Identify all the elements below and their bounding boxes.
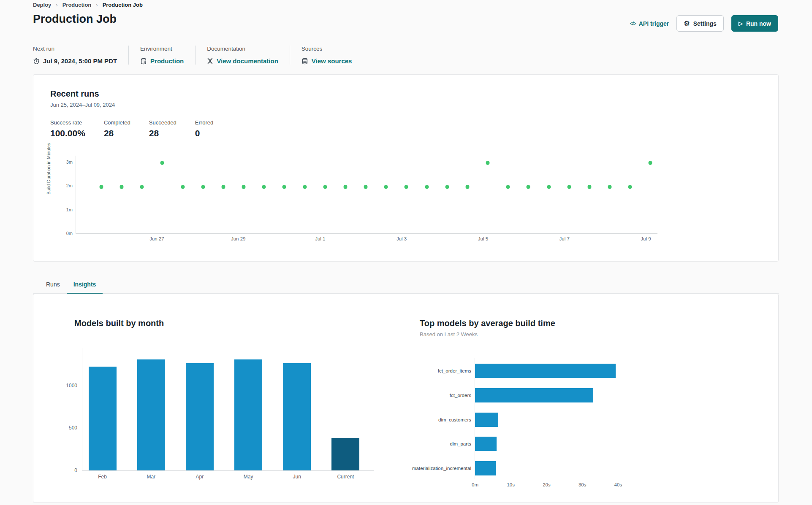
model-bar-label: dim_customers xyxy=(438,413,475,427)
build-duration-scatter-chart: 0m1m2m3mJun 27Jun 29Jul 1Jul 3Jul 5Jul 7… xyxy=(76,156,657,234)
scatter-x-tick: Jun 29 xyxy=(231,236,246,241)
run-dot xyxy=(465,185,469,189)
run-dot xyxy=(547,185,551,189)
documentation-column: Documentation View documentation xyxy=(195,46,290,65)
run-dot xyxy=(628,185,632,189)
run-dot xyxy=(99,185,103,189)
dbt-docs-icon xyxy=(207,58,213,64)
scatter-x-tick: Jul 3 xyxy=(396,236,407,241)
scatter-y-axis-label: Build Duration in Minutes xyxy=(46,143,51,194)
next-run-value: Jul 9, 2024, 5:00 PM PDT xyxy=(43,57,117,65)
month-bar-label: Mar xyxy=(147,474,155,480)
tab-insights[interactable]: Insights xyxy=(67,277,103,293)
clock-icon xyxy=(33,58,40,65)
run-dot xyxy=(364,185,368,189)
api-trigger-link[interactable]: </> API trigger xyxy=(630,20,669,27)
model-bar-label: dim_parts xyxy=(450,437,475,451)
insights-panel: Models built by month 05001000FebMarAprM… xyxy=(33,294,779,503)
top-models-subtitle: Based on Last 2 Weeks xyxy=(420,331,478,338)
scatter-x-tick: Jun 27 xyxy=(149,236,164,241)
view-sources-link[interactable]: View sources xyxy=(312,57,352,65)
run-dot xyxy=(486,161,490,165)
month-bar xyxy=(331,438,359,470)
month-bar-label: Apr xyxy=(196,474,204,480)
scatter-y-tick: 2m xyxy=(66,183,76,188)
model-bar-label: fct_orders xyxy=(450,388,475,402)
run-now-button[interactable]: ▷ Run now xyxy=(731,15,778,32)
scatter-x-tick: Jul 1 xyxy=(315,236,325,241)
breadcrumb-deploy[interactable]: Deploy xyxy=(33,2,51,8)
run-dot xyxy=(221,185,225,189)
month-bar-label: Feb xyxy=(98,474,107,480)
production-job-page: Deploy › Production › Production Job Pro… xyxy=(0,0,812,505)
stat-errored: Errored 0 xyxy=(195,119,213,138)
header-actions: </> API trigger ⚙ Settings ▷ Run now xyxy=(630,15,778,32)
hbar-chart-x-tick: 30s xyxy=(578,482,587,487)
run-dot xyxy=(405,185,408,189)
sources-label: Sources xyxy=(301,46,352,52)
run-dot xyxy=(384,185,388,189)
top-models-by-build-time-chart: 0m10s20s30s40sfct_order_itemsfct_ordersd… xyxy=(475,358,634,479)
hbar-chart-x-tick: 10s xyxy=(507,482,515,487)
run-dot xyxy=(282,185,286,189)
model-bar-label: fct_order_items xyxy=(438,364,475,378)
job-info-row: Next run Jul 9, 2024, 5:00 PM PDT Enviro… xyxy=(33,46,363,65)
stat-completed: Completed 28 xyxy=(104,119,130,138)
run-dot xyxy=(527,185,530,189)
bar-chart-y-tick: 0 xyxy=(74,467,82,473)
run-dot xyxy=(262,185,266,189)
chevron-right-icon: › xyxy=(56,2,57,8)
run-dot xyxy=(567,185,571,189)
run-dot xyxy=(343,185,347,189)
settings-label: Settings xyxy=(693,20,717,27)
sources-column: Sources View sources xyxy=(290,46,364,65)
run-dot xyxy=(587,185,591,189)
model-bar xyxy=(475,364,616,378)
tabs-row: Runs Insights xyxy=(33,276,779,294)
month-bar xyxy=(234,359,262,470)
model-bar xyxy=(475,461,496,475)
breadcrumb-production[interactable]: Production xyxy=(62,2,92,8)
run-dot xyxy=(120,185,124,189)
month-bar-label: May xyxy=(244,474,253,480)
stat-success-rate: Success rate 100.00% xyxy=(50,119,85,138)
database-icon xyxy=(301,58,308,65)
next-run-column: Next run Jul 9, 2024, 5:00 PM PDT xyxy=(33,46,128,65)
next-run-label: Next run xyxy=(33,46,117,52)
environment-icon xyxy=(140,58,147,65)
api-trigger-label: API trigger xyxy=(639,20,669,27)
environment-link[interactable]: Production xyxy=(150,57,184,65)
environment-label: Environment xyxy=(140,46,184,52)
top-models-title: Top models by average build time xyxy=(420,319,555,328)
breadcrumb: Deploy › Production › Production Job xyxy=(33,2,143,8)
run-dot xyxy=(445,185,449,189)
model-bar xyxy=(475,413,498,427)
run-dot xyxy=(160,161,164,165)
model-bar xyxy=(475,388,593,402)
run-dot xyxy=(506,185,510,189)
play-icon: ▷ xyxy=(739,21,743,26)
view-documentation-link[interactable]: View documentation xyxy=(217,57,278,65)
bar-chart-y-tick: 500 xyxy=(69,425,82,431)
run-dot xyxy=(649,161,652,165)
run-dot xyxy=(201,185,205,189)
run-stats-row: Success rate 100.00% Completed 28 Succee… xyxy=(50,119,213,138)
scatter-x-tick: Jul 7 xyxy=(559,236,570,241)
gear-icon: ⚙ xyxy=(684,20,690,27)
run-dot xyxy=(425,185,429,189)
tab-runs[interactable]: Runs xyxy=(39,277,67,293)
scatter-y-tick: 0m xyxy=(66,231,76,236)
scatter-x-tick: Jul 5 xyxy=(478,236,488,241)
recent-runs-date-range: Jun 25, 2024–Jul 09, 2024 xyxy=(50,102,115,108)
models-built-by-month-chart: 05001000FebMarAprMayJunCurrent xyxy=(82,348,374,471)
run-dot xyxy=(323,185,327,189)
run-now-label: Run now xyxy=(746,20,771,27)
settings-button[interactable]: ⚙ Settings xyxy=(676,15,724,32)
scatter-y-tick: 1m xyxy=(66,207,76,212)
run-dot xyxy=(181,185,185,189)
recent-runs-title: Recent runs xyxy=(50,89,99,99)
page-title: Production Job xyxy=(33,13,117,26)
scatter-x-tick: Jul 9 xyxy=(641,236,651,241)
month-bar-label: Jun xyxy=(293,474,301,480)
model-bar-label: materialization_incremental xyxy=(412,461,475,475)
